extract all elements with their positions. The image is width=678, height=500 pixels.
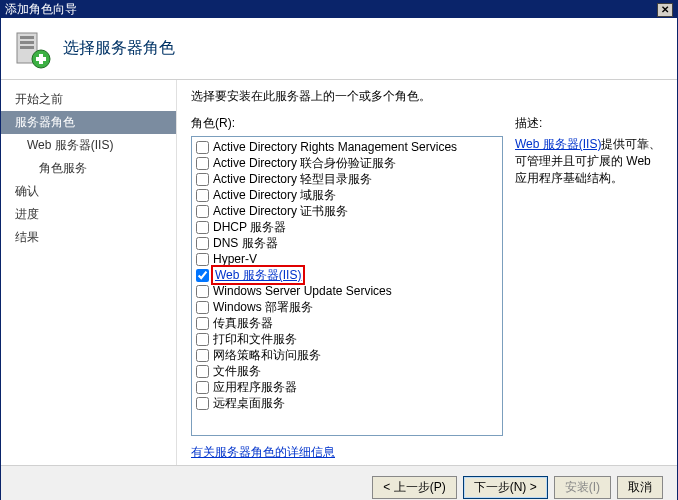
role-checkbox[interactable] [196,365,209,378]
body: 开始之前服务器角色Web 服务器(IIS)角色服务确认进度结果 选择要安装在此服… [1,80,677,465]
role-label: 应用程序服务器 [213,379,297,395]
sidebar-item-3[interactable]: 角色服务 [1,157,176,180]
sidebar: 开始之前服务器角色Web 服务器(IIS)角色服务确认进度结果 [1,80,177,465]
role-checkbox[interactable] [196,317,209,330]
role-label: Active Directory 轻型目录服务 [213,171,372,187]
svg-rect-3 [20,46,34,49]
role-item[interactable]: 文件服务 [194,363,500,379]
install-button[interactable]: 安装(I) [554,476,611,499]
role-label: 文件服务 [213,363,261,379]
description-label: 描述: [515,115,663,132]
role-item[interactable]: Active Directory Rights Management Servi… [194,139,500,155]
prev-button[interactable]: < 上一步(P) [372,476,456,499]
role-item[interactable]: 打印和文件服务 [194,331,500,347]
svg-rect-2 [20,41,34,44]
sidebar-item-1[interactable]: 服务器角色 [1,111,176,134]
description-column: 描述: Web 服务器(IIS)提供可靠、可管理并且可扩展的 Web 应用程序基… [503,115,663,461]
role-checkbox[interactable] [196,253,209,266]
role-item[interactable]: 应用程序服务器 [194,379,500,395]
role-checkbox[interactable] [196,205,209,218]
server-icon [11,29,51,69]
role-label: Active Directory 联合身份验证服务 [213,155,396,171]
titlebar: 添加角色向导 ✕ [1,1,677,18]
close-button[interactable]: ✕ [657,3,673,17]
role-checkbox[interactable] [196,269,209,282]
role-label: Active Directory Rights Management Servi… [213,139,457,155]
role-checkbox[interactable] [196,157,209,170]
role-checkbox[interactable] [196,285,209,298]
role-item[interactable]: Windows Server Update Services [194,283,500,299]
role-label: Windows 部署服务 [213,299,313,315]
role-checkbox[interactable] [196,237,209,250]
role-label: DHCP 服务器 [213,219,286,235]
role-checkbox[interactable] [196,189,209,202]
more-info-link[interactable]: 有关服务器角色的详细信息 [191,444,503,461]
columns: 角色(R): Active Directory Rights Managemen… [191,115,663,461]
role-item[interactable]: Active Directory 联合身份验证服务 [194,155,500,171]
role-checkbox[interactable] [196,141,209,154]
svg-rect-1 [20,36,34,39]
role-label: DNS 服务器 [213,235,278,251]
role-label: 打印和文件服务 [213,331,297,347]
role-label: Active Directory 证书服务 [213,203,348,219]
role-item[interactable]: 传真服务器 [194,315,500,331]
sidebar-item-2[interactable]: Web 服务器(IIS) [1,134,176,157]
role-item[interactable]: DHCP 服务器 [194,219,500,235]
role-item[interactable]: Active Directory 域服务 [194,187,500,203]
role-item[interactable]: 网络策略和访问服务 [194,347,500,363]
role-item[interactable]: Active Directory 证书服务 [194,203,500,219]
role-item[interactable]: Active Directory 轻型目录服务 [194,171,500,187]
role-checkbox[interactable] [196,349,209,362]
sidebar-item-4[interactable]: 确认 [1,180,176,203]
role-checkbox[interactable] [196,301,209,314]
footer: < 上一步(P) 下一步(N) > 安装(I) 取消 [1,465,677,500]
instruction-text: 选择要安装在此服务器上的一个或多个角色。 [191,88,663,105]
role-label: 传真服务器 [213,315,273,331]
header: 选择服务器角色 [1,18,677,80]
role-label: Web 服务器(IIS) [215,268,301,282]
wizard-window: 添加角色向导 ✕ 选择服务器角色 开始之前服务器角色Web 服务器(IIS)角色… [0,0,678,500]
role-label: 网络策略和访问服务 [213,347,321,363]
main-panel: 选择要安装在此服务器上的一个或多个角色。 角色(R): Active Direc… [177,80,677,465]
roles-label: 角色(R): [191,115,503,132]
role-checkbox[interactable] [196,173,209,186]
role-checkbox[interactable] [196,397,209,410]
window-title: 添加角色向导 [5,1,77,18]
content: 选择服务器角色 开始之前服务器角色Web 服务器(IIS)角色服务确认进度结果 … [1,18,677,500]
role-item[interactable]: Web 服务器(IIS) [194,267,500,283]
role-checkbox[interactable] [196,333,209,346]
role-item[interactable]: DNS 服务器 [194,235,500,251]
role-label: Active Directory 域服务 [213,187,336,203]
role-checkbox[interactable] [196,381,209,394]
role-checkbox[interactable] [196,221,209,234]
cancel-button[interactable]: 取消 [617,476,663,499]
role-label: 远程桌面服务 [213,395,285,411]
description-text: Web 服务器(IIS)提供可靠、可管理并且可扩展的 Web 应用程序基础结构。 [515,136,663,187]
page-title: 选择服务器角色 [63,38,175,59]
roles-listbox[interactable]: Active Directory Rights Management Servi… [191,136,503,436]
sidebar-item-0[interactable]: 开始之前 [1,88,176,111]
role-item[interactable]: Windows 部署服务 [194,299,500,315]
next-button[interactable]: 下一步(N) > [463,476,548,499]
role-item[interactable]: 远程桌面服务 [194,395,500,411]
svg-rect-6 [36,57,46,61]
roles-column: 角色(R): Active Directory Rights Managemen… [191,115,503,461]
role-label: Windows Server Update Services [213,283,392,299]
sidebar-item-5[interactable]: 进度 [1,203,176,226]
description-link[interactable]: Web 服务器(IIS) [515,137,601,151]
sidebar-item-6[interactable]: 结果 [1,226,176,249]
